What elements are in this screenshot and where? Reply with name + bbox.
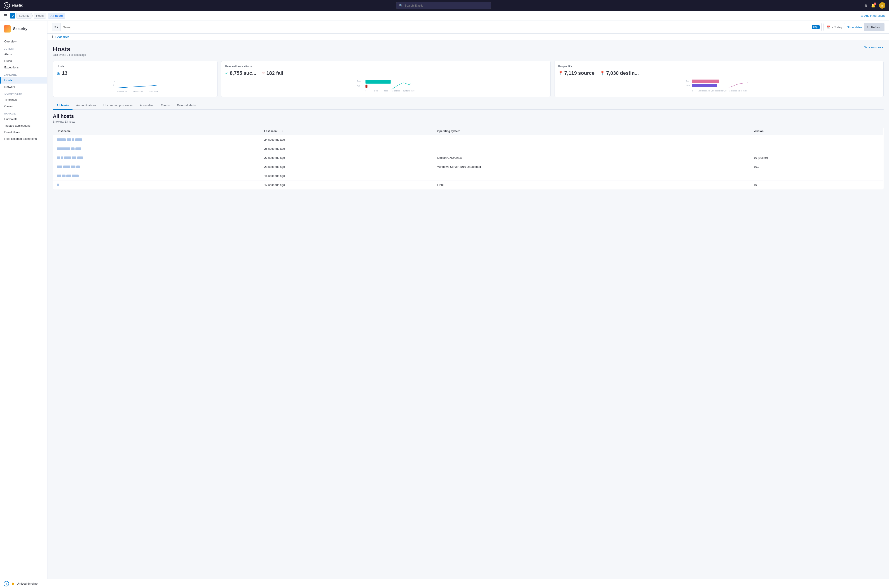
- top-search-container: 🔍 Search Elastic: [26, 2, 862, 9]
- dest-ips-item: 📍 7,030 destin...: [600, 70, 639, 76]
- svg-rect-10: [365, 85, 368, 88]
- col-hostname: Host name: [53, 127, 261, 135]
- hostname-blur-block: [71, 165, 75, 168]
- global-search-bar[interactable]: 🔍 Search Elastic: [396, 2, 491, 9]
- hostname-blur-block: [57, 174, 61, 177]
- tab-external-alerts[interactable]: External alerts: [173, 101, 200, 110]
- version-cell: 10 (buster): [750, 153, 883, 162]
- table-row[interactable]: 46 seconds ago——: [53, 171, 884, 180]
- search-input[interactable]: [61, 26, 812, 29]
- refresh-icon: ↻: [867, 26, 869, 29]
- kql-badge[interactable]: KQL: [812, 25, 820, 29]
- sidebar-section-detect: Detect: [0, 45, 47, 51]
- hostname-cell-1[interactable]: [53, 144, 261, 153]
- sidebar-section-explore: Explore: [0, 70, 47, 77]
- content-area: ≡ ▾ KQL 📅 ▾ Today Show dates ↻ Refresh ℹ…: [47, 21, 889, 588]
- hosts-card-title: Hosts: [57, 65, 214, 68]
- hostname-blur-block: [67, 138, 71, 141]
- help-icon-button[interactable]: ⊕: [864, 3, 867, 8]
- sidebar-item-host-isolation[interactable]: Host isolation exceptions: [0, 135, 47, 142]
- date-picker-button[interactable]: 📅 ▾ Today: [823, 23, 845, 31]
- add-integrations-button[interactable]: ⊞ Add integrations: [861, 14, 885, 17]
- filter-row: ℹ + Add filter: [47, 34, 889, 40]
- refresh-button[interactable]: ↻ Refresh: [864, 23, 884, 31]
- timeline-label: Untitled timeline: [17, 582, 38, 585]
- sidebar-item-network[interactable]: Network: [0, 84, 47, 90]
- version-cell: —: [750, 171, 883, 180]
- table-row[interactable]: 25 seconds ago——: [53, 144, 884, 153]
- search-placeholder: Search Elastic: [404, 4, 423, 7]
- col-last-seen[interactable]: Last seen ⓘ ↓: [261, 127, 434, 135]
- source-ips-item: 📍 7,119 source: [558, 70, 595, 76]
- sidebar-item-rules[interactable]: Rules: [0, 58, 47, 64]
- filter-icon: ≡: [54, 26, 56, 28]
- svg-text:2,000: 2,000: [374, 90, 378, 92]
- tab-all-hosts[interactable]: All hosts: [53, 101, 72, 110]
- data-sources-button[interactable]: Data sources ▾: [864, 46, 884, 49]
- version-cell: 10.0: [750, 162, 883, 171]
- table-row[interactable]: 28 seconds agoWindows Server 2019 Datace…: [53, 162, 884, 171]
- hostname-cell-3[interactable]: [53, 162, 261, 171]
- elastic-logo[interactable]: elastic: [4, 2, 23, 9]
- fail-icon: ✕: [262, 70, 265, 76]
- ips-mini-chart: Src. Dest. 0 1,000 2,000 3,000 4,000 5,0…: [558, 79, 880, 92]
- hostname-blur-block: [57, 147, 70, 150]
- section-title: All hosts: [53, 113, 884, 119]
- timeline-status-dot: [12, 583, 14, 585]
- hamburger-menu[interactable]: ☰: [4, 14, 7, 18]
- sidebar-item-endpoints[interactable]: Endpoints: [0, 116, 47, 122]
- hosts-mini-chart: 10 5 11-03 00:00 11-03 06:00 11-03 12:00: [57, 79, 214, 92]
- sidebar-item-alerts[interactable]: Alerts: [0, 51, 47, 58]
- table-row[interactable]: 27 seconds agoDebian GNU/Linux10 (buster…: [53, 153, 884, 162]
- tab-uncommon-processes[interactable]: Uncommon processes: [100, 101, 136, 110]
- timeline-add-button[interactable]: +: [4, 581, 9, 586]
- hostname-cell-5[interactable]: [53, 180, 261, 189]
- query-type-button[interactable]: ≡ ▾: [52, 23, 61, 31]
- hosts-count-icon: ⊞: [57, 70, 60, 76]
- sort-icon[interactable]: ↓: [282, 130, 283, 133]
- tab-authentications[interactable]: Authentications: [72, 101, 100, 110]
- hostname-blur-block: [75, 147, 81, 150]
- tab-anomalies[interactable]: Anomalies: [136, 101, 157, 110]
- sidebar-item-exceptions[interactable]: Exceptions: [0, 64, 47, 70]
- add-filter-button[interactable]: + Add filter: [55, 35, 69, 39]
- last-event-text: Last event: 24 seconds ago: [53, 53, 86, 57]
- svg-text:4,000: 4,000: [384, 90, 388, 92]
- tab-events[interactable]: Events: [157, 101, 173, 110]
- section-subtitle: Showing: 13 hosts: [53, 120, 884, 123]
- breadcrumb-all-hosts[interactable]: All hosts: [48, 13, 65, 18]
- sidebar-item-event-filters[interactable]: Event filters: [0, 129, 47, 135]
- hostname-blur-block: [64, 156, 71, 159]
- user-avatar[interactable]: n: [879, 2, 885, 9]
- table-row[interactable]: 47 seconds agoLinux10: [53, 180, 884, 189]
- svg-text:0: 0: [365, 90, 366, 92]
- hostname-cell-4[interactable]: [53, 171, 261, 180]
- sidebar-item-overview[interactable]: Overview: [0, 38, 47, 45]
- source-ip-icon: 📍: [558, 70, 563, 76]
- breadcrumb-hosts[interactable]: Hosts: [34, 13, 46, 18]
- svg-text:Src.: Src.: [686, 80, 689, 82]
- hosts-stat-numbers: ⊞ 13: [57, 70, 214, 76]
- breadcrumb-security[interactable]: Security: [16, 13, 32, 18]
- hostname-cell-0[interactable]: [53, 135, 261, 144]
- sidebar-item-trusted-apps[interactable]: Trusted applications: [0, 122, 47, 129]
- notifications-button[interactable]: 🔔 1: [871, 3, 875, 8]
- breadcrumb-items: Security › Hosts › All hosts: [16, 13, 65, 18]
- top-navigation: elastic 🔍 Search Elastic ⊕ 🔔 1 n: [0, 0, 889, 11]
- dest-count: 7,030 destin...: [606, 70, 639, 76]
- chevron-down-icon: ▾: [831, 26, 833, 29]
- sidebar-item-hosts[interactable]: Hosts: [0, 77, 47, 84]
- hostname-cell-2[interactable]: [53, 153, 261, 162]
- show-dates-button[interactable]: Show dates: [847, 26, 862, 29]
- kql-search-bar[interactable]: ≡ ▾ KQL: [52, 23, 822, 31]
- table-row[interactable]: 24 seconds ago——: [53, 135, 884, 144]
- chevron-down-icon: ▾: [882, 46, 884, 49]
- sidebar-item-timelines[interactable]: Timelines: [0, 96, 47, 103]
- hostname-blur-block: [61, 156, 63, 159]
- last-seen-cell: 25 seconds ago: [261, 144, 434, 153]
- os-cell: —: [434, 135, 750, 144]
- sidebar-item-cases[interactable]: Cases: [0, 103, 47, 110]
- os-cell: —: [434, 171, 750, 180]
- svg-text:Succ.: Succ.: [357, 80, 361, 82]
- auth-stat-card: User authentications ✓ 8,755 suc... ✕ 18…: [221, 61, 550, 97]
